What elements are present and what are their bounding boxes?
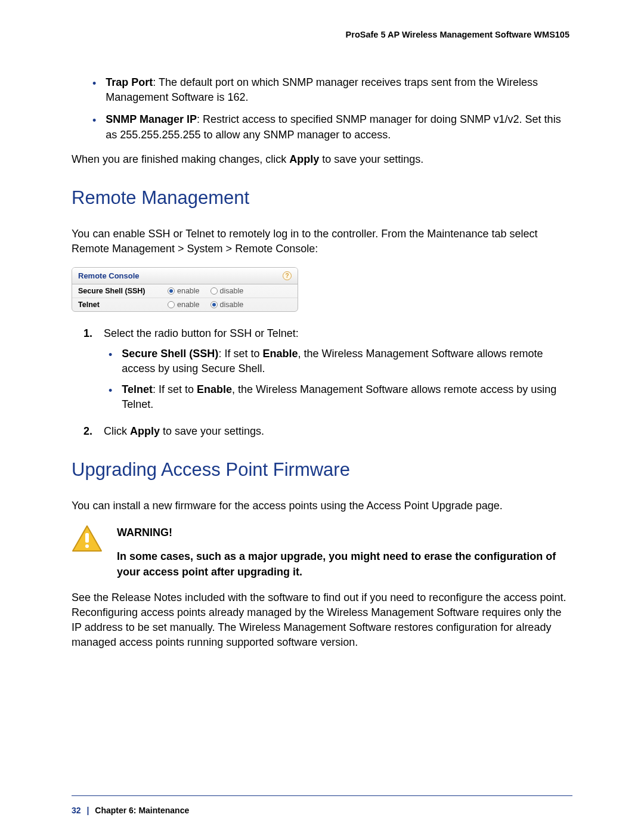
console-label-ssh: Secure Shell (SSH) [78,287,168,295]
sub-bullet-text: Telnet: If set to Enable, the Wireless M… [122,382,572,412]
telnet-disable-radio[interactable]: disable [210,301,244,309]
remote-console-panel: Remote Console ? Secure Shell (SSH) enab… [72,267,298,312]
console-row-telnet: Telnet enable disable [72,298,298,311]
remote-console-header: Remote Console ? [72,268,298,284]
top-bullet-list: • Trap Port: The default port on which S… [92,75,572,143]
chapter-label: Chapter 6: Maintenance [95,806,189,815]
telnet-radio-group: enable disable [168,301,243,309]
bullet-text: Trap Port: The default port on which SNM… [106,75,572,105]
sub-bullet-telnet: • Telnet: If set to Enable, the Wireless… [109,382,572,412]
heading-remote-management: Remote Management [72,187,572,209]
step-2: 2. Click Apply to save your settings. [83,424,572,439]
radio-icon [210,287,218,295]
radio-icon [168,301,175,308]
step-1-sub-bullets: • Secure Shell (SSH): If set to Enable, … [109,346,572,413]
ssh-radio-group: enable disable [168,287,243,295]
upgrading-intro: You can install a new firmware for the a… [72,498,572,513]
bullet-dot-icon: • [92,76,96,105]
bullet-text: SNMP Manager IP: Restrict access to spec… [106,112,572,142]
help-icon[interactable]: ? [283,271,292,280]
bullet-dot-icon: • [92,113,96,142]
step-number: 1. [83,326,95,418]
warning-icon [72,525,103,552]
bullet-dot-icon: • [109,383,112,412]
radio-icon [210,301,218,308]
bullet-trap-port: • Trap Port: The default port on which S… [92,75,572,105]
footer-rule [72,795,572,796]
svg-point-2 [85,544,89,548]
page-footer: 32 | Chapter 6: Maintenance [72,806,189,815]
warning-block: WARNING! In some cases, such as a major … [72,525,572,580]
step-number: 2. [83,424,95,439]
step-1-body: Select the radio button for SSH or Telne… [104,326,572,418]
bullet-snmp-manager-ip: • SNMP Manager IP: Restrict access to sp… [92,112,572,142]
ssh-enable-radio[interactable]: enable [168,287,200,295]
step-2-text: Click Apply to save your settings. [104,424,264,439]
post-warning-paragraph: See the Release Notes included with the … [72,590,572,651]
telnet-enable-radio[interactable]: enable [168,301,200,309]
warning-body: In some cases, such as a major upgrade, … [117,550,556,578]
remote-management-intro: You can enable SSH or Telnet to remotely… [72,227,572,256]
console-label-telnet: Telnet [78,301,168,309]
apply-note: When you are finished making changes, cl… [72,152,572,167]
bullet-dot-icon: • [109,348,112,376]
sub-bullet-text: Secure Shell (SSH): If set to Enable, th… [122,346,572,376]
page-number: 32 [72,806,81,815]
radio-icon [168,287,175,295]
warning-heading: WARNING! [117,525,572,540]
document-header: ProSafe 5 AP Wireless Management Softwar… [72,30,572,39]
warning-text: WARNING! In some cases, such as a major … [117,525,572,580]
svg-rect-1 [85,533,89,543]
heading-upgrading-firmware: Upgrading Access Point Firmware [72,459,572,481]
ssh-disable-radio[interactable]: disable [210,287,244,295]
footer-separator: | [86,806,89,815]
remote-console-title: Remote Console [78,271,140,280]
step-1: 1. Select the radio button for SSH or Te… [83,326,572,418]
sub-bullet-ssh: • Secure Shell (SSH): If set to Enable, … [109,346,572,376]
console-row-ssh: Secure Shell (SSH) enable disable [72,284,298,298]
numbered-steps: 1. Select the radio button for SSH or Te… [83,326,572,439]
